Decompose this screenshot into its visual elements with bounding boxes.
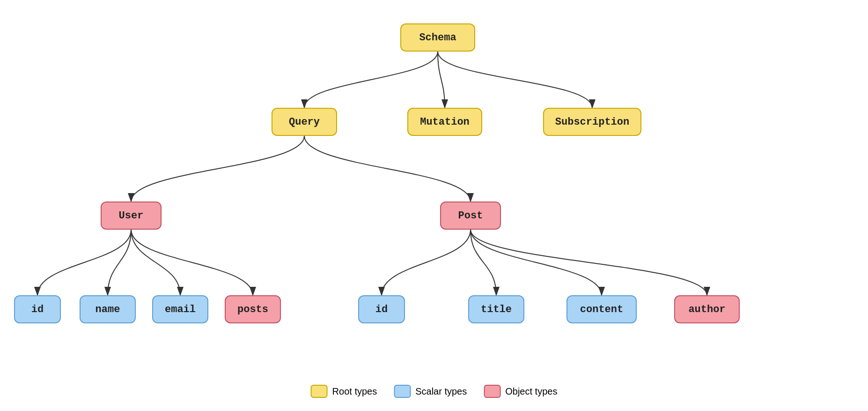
legend-scalar-label: Scalar types [415,386,467,397]
legend-object-box [484,385,500,398]
diagram-container: SchemaQueryMutationSubscriptionUserPosti… [0,0,868,411]
node-title: title [468,295,524,323]
node-id1: id [14,295,61,323]
node-mutation: Mutation [407,108,482,136]
node-email: email [152,295,208,323]
legend-scalar-box [394,385,411,398]
legend-root-label: Root types [332,386,377,397]
legend-root-box [311,385,328,398]
node-user: User [101,202,162,230]
node-author: author [674,295,740,323]
node-content: content [566,295,637,323]
node-schema: Schema [400,23,475,52]
legend-scalar: Scalar types [394,385,467,398]
legend: Root types Scalar types Object types [311,385,558,398]
node-posts: posts [225,295,281,323]
node-query: Query [272,108,337,136]
node-post: Post [440,202,501,230]
legend-object-label: Object types [505,386,557,397]
node-name: name [80,295,136,323]
legend-root: Root types [311,385,377,398]
node-id2: id [358,295,405,323]
legend-object: Object types [484,385,557,398]
node-subscription: Subscription [543,108,641,136]
